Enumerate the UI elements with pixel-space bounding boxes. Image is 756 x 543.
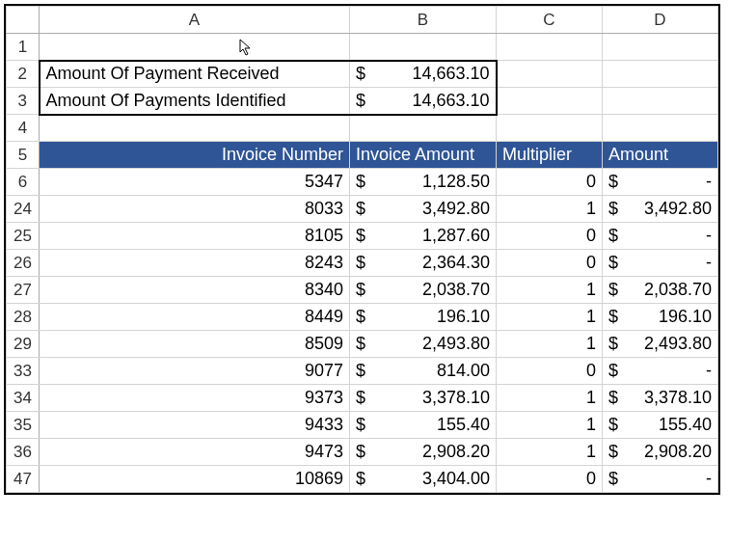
cell-invoice-amount[interactable]: $196.10 — [350, 304, 497, 331]
row-header[interactable]: 25 — [7, 223, 40, 250]
cell[interactable] — [40, 115, 350, 142]
currency-symbol: $ — [608, 442, 618, 462]
cell-invoice-amount[interactable]: $814.00 — [350, 358, 497, 385]
summary-value[interactable]: $14,663.10 — [350, 88, 497, 115]
table-row: 339077$814.000$- — [7, 358, 718, 385]
cell-invoice-number[interactable]: 9473 — [40, 439, 350, 466]
row-header[interactable]: 47 — [7, 466, 40, 493]
col-header-c[interactable]: C — [497, 7, 603, 34]
row-header[interactable]: 24 — [7, 196, 40, 223]
cell-invoice-number[interactable]: 5347 — [40, 169, 350, 196]
summary-label[interactable]: Amount Of Payment Received — [40, 61, 350, 88]
cell-multiplier[interactable]: 1 — [497, 304, 603, 331]
row-header[interactable]: 36 — [7, 439, 40, 466]
cell-amount[interactable]: $155.40 — [603, 412, 718, 439]
cell-invoice-number[interactable]: 8243 — [40, 250, 350, 277]
cell-invoice-amount[interactable]: $2,364.30 — [350, 250, 497, 277]
header-invoice-amount[interactable]: Invoice Amount — [350, 142, 497, 169]
cell-multiplier[interactable]: 0 — [497, 223, 603, 250]
cell-amount[interactable]: $196.10 — [603, 304, 718, 331]
cell-invoice-amount[interactable]: $1,287.60 — [350, 223, 497, 250]
row-header[interactable]: 26 — [7, 250, 40, 277]
cell[interactable] — [497, 61, 603, 88]
header-amount[interactable]: Amount — [603, 142, 718, 169]
row-header[interactable]: 28 — [7, 304, 40, 331]
cell[interactable] — [350, 115, 497, 142]
cell[interactable] — [603, 88, 718, 115]
row-header[interactable]: 4 — [7, 115, 40, 142]
row-header[interactable]: 29 — [7, 331, 40, 358]
header-invoice-number[interactable]: Invoice Number — [40, 142, 350, 169]
cell-multiplier[interactable]: 0 — [497, 358, 603, 385]
cell-multiplier[interactable]: 1 — [497, 277, 603, 304]
cell-multiplier[interactable]: 0 — [497, 250, 603, 277]
cell[interactable] — [603, 115, 718, 142]
cell-amount[interactable]: $- — [603, 358, 718, 385]
row-header[interactable]: 2 — [7, 61, 40, 88]
cell[interactable] — [40, 34, 350, 61]
cell-multiplier[interactable]: 1 — [497, 385, 603, 412]
cell[interactable] — [497, 34, 603, 61]
cell-invoice-number[interactable]: 8340 — [40, 277, 350, 304]
col-header-d[interactable]: D — [603, 7, 718, 34]
cell-invoice-amount[interactable]: $2,908.20 — [350, 439, 497, 466]
cell-invoice-amount[interactable]: $3,404.00 — [350, 466, 497, 493]
cell-amount[interactable]: $- — [603, 223, 718, 250]
select-all-corner[interactable] — [7, 7, 40, 34]
cell-invoice-number[interactable]: 9077 — [40, 358, 350, 385]
value-text: - — [706, 253, 712, 273]
cell-amount[interactable]: $- — [603, 466, 718, 493]
cell-invoice-number[interactable]: 8033 — [40, 196, 350, 223]
cell-multiplier[interactable]: 1 — [497, 412, 603, 439]
currency-symbol: $ — [356, 172, 365, 192]
cell[interactable] — [603, 61, 718, 88]
cell[interactable] — [603, 34, 718, 61]
cell-invoice-amount[interactable]: $3,378.10 — [350, 385, 497, 412]
cell-amount[interactable]: $2,038.70 — [603, 277, 718, 304]
row-header[interactable]: 27 — [7, 277, 40, 304]
currency-symbol: $ — [356, 334, 365, 354]
row-header[interactable]: 34 — [7, 385, 40, 412]
cell-invoice-number[interactable]: 9373 — [40, 385, 350, 412]
cell[interactable] — [497, 115, 603, 142]
cell-multiplier[interactable]: 0 — [497, 466, 603, 493]
cell-multiplier[interactable]: 1 — [497, 196, 603, 223]
header-multiplier[interactable]: Multiplier — [497, 142, 603, 169]
row-header[interactable]: 5 — [7, 142, 40, 169]
cell-invoice-amount[interactable]: $2,493.80 — [350, 331, 497, 358]
cell[interactable] — [350, 34, 497, 61]
col-header-a[interactable]: A — [40, 7, 350, 34]
cell[interactable] — [497, 88, 603, 115]
cell-amount[interactable]: $2,493.80 — [603, 331, 718, 358]
cell-amount[interactable]: $3,492.80 — [603, 196, 718, 223]
row-header[interactable]: 3 — [7, 88, 40, 115]
col-header-b[interactable]: B — [350, 7, 497, 34]
cell-amount[interactable]: $3,378.10 — [603, 385, 718, 412]
row-header[interactable]: 1 — [7, 34, 40, 61]
cell-multiplier[interactable]: 1 — [497, 331, 603, 358]
cell-invoice-number[interactable]: 10869 — [40, 466, 350, 493]
cell-invoice-amount[interactable]: $2,038.70 — [350, 277, 497, 304]
cell-invoice-number[interactable]: 8509 — [40, 331, 350, 358]
cell-invoice-number[interactable]: 8105 — [40, 223, 350, 250]
row-header[interactable]: 33 — [7, 358, 40, 385]
cell-amount[interactable]: $- — [603, 169, 718, 196]
cell-invoice-amount[interactable]: $155.40 — [350, 412, 497, 439]
cell-invoice-number[interactable]: 9433 — [40, 412, 350, 439]
table-row: 278340$2,038.701$2,038.70 — [7, 277, 718, 304]
cell-amount[interactable]: $2,908.20 — [603, 439, 718, 466]
row-header[interactable]: 6 — [7, 169, 40, 196]
summary-label[interactable]: Amount Of Payments Identified — [40, 88, 350, 115]
cell-multiplier[interactable]: 1 — [497, 439, 603, 466]
currency-symbol: $ — [608, 415, 618, 435]
cell-invoice-number[interactable]: 8449 — [40, 304, 350, 331]
row-header[interactable]: 35 — [7, 412, 40, 439]
cell-multiplier[interactable]: 0 — [497, 169, 603, 196]
cell-invoice-amount[interactable]: $3,492.80 — [350, 196, 497, 223]
cell-amount[interactable]: $- — [603, 250, 718, 277]
currency-symbol: $ — [608, 307, 618, 327]
spreadsheet-grid[interactable]: A B C D 1 2 Amount Of Payment Received $… — [4, 4, 720, 495]
table-row: 248033$3,492.801$3,492.80 — [7, 196, 718, 223]
cell-invoice-amount[interactable]: $1,128.50 — [350, 169, 497, 196]
summary-value[interactable]: $14,663.10 — [350, 61, 497, 88]
